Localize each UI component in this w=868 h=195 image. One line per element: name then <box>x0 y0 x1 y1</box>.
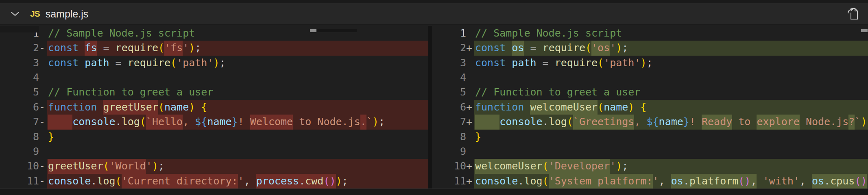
left-scrollbar-thumb[interactable] <box>310 29 316 32</box>
token <box>97 42 103 54</box>
token: ) <box>189 42 195 54</box>
token <box>195 101 201 113</box>
token: . <box>543 116 549 128</box>
token: ) <box>336 175 342 187</box>
token: ${ <box>646 116 659 128</box>
token <box>537 57 543 69</box>
right-scrollbar-thumb[interactable] <box>861 29 868 32</box>
token <box>79 42 85 54</box>
diff-line-modified-11: 11+console.log('System platform:', os.pl… <box>432 174 868 188</box>
token: log <box>122 116 140 128</box>
token: ' <box>183 42 189 54</box>
left-scrollbar-track[interactable] <box>310 29 357 32</box>
token: ; <box>647 57 653 69</box>
token: console <box>48 175 91 187</box>
modified-pane[interactable]: 1// Sample Node.js script2+const os = re… <box>432 26 868 188</box>
token <box>537 42 543 54</box>
token: Node.js <box>317 116 360 128</box>
line-number: 5 <box>0 85 39 100</box>
token: ) <box>640 57 646 69</box>
chevron-down-icon[interactable] <box>11 11 20 17</box>
token: ; <box>379 116 385 128</box>
original-pane[interactable]: 1// Sample Node.js script2-const fs = re… <box>0 26 428 188</box>
code-text: // Sample Node.js script <box>47 26 428 41</box>
line-number: 11 <box>432 174 466 188</box>
diff-line-modified-2: 2+const os = require('os'); <box>432 41 868 55</box>
diff-marker: + <box>466 41 474 55</box>
token <box>79 57 85 69</box>
token: } <box>232 116 238 128</box>
diff-editor: 1// Sample Node.js script2-const fs = re… <box>0 26 868 188</box>
token <box>250 175 256 187</box>
token <box>475 115 499 129</box>
code-text: function greetUser(name) { <box>47 100 428 115</box>
token <box>109 42 116 54</box>
code-text <box>47 70 428 85</box>
code-text: const path = require('path'); <box>474 56 868 70</box>
diff-marker <box>39 144 47 159</box>
diff-marker <box>466 130 474 144</box>
diff-marker <box>39 70 47 85</box>
token: ' <box>610 160 616 172</box>
line-number: 3 <box>432 56 466 70</box>
token: require <box>543 42 585 54</box>
line-number: 7 <box>0 115 39 129</box>
diff-line-original-11: 11-console.log('Current directory:', pro… <box>0 174 428 188</box>
line-number: 6 <box>0 100 39 115</box>
token: ) <box>628 101 634 113</box>
token: log <box>524 175 542 187</box>
token: ; <box>220 57 226 69</box>
token: ( <box>598 101 604 113</box>
diff-marker: + <box>466 174 474 188</box>
token: Welcome <box>250 115 293 129</box>
diff-marker: - <box>39 100 47 115</box>
line-number: 8 <box>432 130 466 144</box>
file-diff-header[interactable]: JS sample.js <box>0 3 868 25</box>
diff-marker <box>39 85 47 100</box>
token: 'fs <box>164 41 183 55</box>
diff-line-original-2: 2-const fs = require('fs'); <box>0 41 428 55</box>
code-text: console.log(`Hello, ${name}! Welcome to … <box>47 115 428 129</box>
token: ; <box>342 175 348 187</box>
token <box>524 101 530 113</box>
go-to-file-button[interactable] <box>846 6 861 22</box>
diff-line-modified-9: 9 <box>432 144 868 159</box>
token: 'with' <box>763 175 800 187</box>
token: os <box>812 174 824 188</box>
token: ( <box>103 159 109 173</box>
token: . <box>116 116 122 128</box>
token: console <box>475 175 518 187</box>
token: explore <box>757 115 799 129</box>
diff-marker <box>39 130 47 144</box>
token: 'path' <box>604 57 640 69</box>
token: ; <box>622 42 628 54</box>
token: ) <box>189 101 195 113</box>
pane-divider-sash[interactable] <box>428 26 432 188</box>
diff-marker <box>466 85 474 100</box>
code-text: console.log('System platform:', os.platf… <box>474 174 868 188</box>
token: name <box>164 101 189 113</box>
token <box>634 101 640 113</box>
line-number: 11 <box>0 174 39 188</box>
token: ! <box>238 116 250 128</box>
token: } <box>48 131 54 143</box>
token: ${ <box>195 116 207 128</box>
token: ) <box>373 116 379 128</box>
diff-marker: - <box>39 115 47 129</box>
token: `Hello <box>146 115 183 129</box>
token: ) <box>616 42 622 54</box>
token: ( <box>598 57 604 69</box>
token: require <box>555 57 598 69</box>
code-text: // Sample Node.js script <box>474 26 868 41</box>
token: , <box>634 116 646 128</box>
code-text: greetUser('World'); <box>47 159 428 173</box>
token: const <box>48 57 79 69</box>
token: // Function to greet a user <box>475 86 640 98</box>
diff-marker: + <box>466 115 474 129</box>
diff-line-original-3: 3const path = require('path'); <box>0 56 428 70</box>
line-number: 5 <box>432 85 466 100</box>
diff-line-original-6: 6-function greetUser(name) { <box>0 100 428 115</box>
token: require <box>128 57 170 69</box>
token: ( <box>140 116 146 128</box>
token: 'path' <box>177 57 213 69</box>
